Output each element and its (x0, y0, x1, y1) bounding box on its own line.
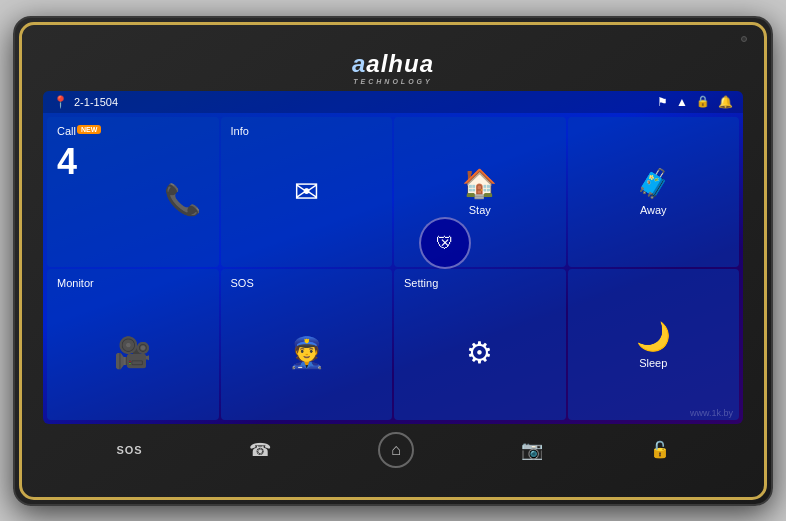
watermark: www.1k.by (690, 408, 733, 418)
info-icon: ✉ (294, 174, 319, 209)
disarm-button[interactable]: 🛡 ✕ (419, 217, 471, 269)
setting-icon-area: ⚙ (404, 277, 556, 412)
device-body: aalhua TECHNOLOGY 📍 2-1-1504 ⚑ ▲ 🔒 🔔 (13, 16, 773, 506)
call-number: 4 (57, 141, 77, 183)
sos-label: SOS (231, 277, 254, 289)
sleep-icon: 🌙 (636, 320, 671, 353)
new-badge: NEW (77, 125, 101, 134)
sleep-content: 🌙 Sleep (578, 277, 730, 412)
sos-icon: 👮 (288, 335, 325, 370)
grid-cell-sleep[interactable]: 🌙 Sleep (568, 269, 740, 420)
monitor-icon: 🎥 (114, 335, 151, 370)
flag-icon: ⚑ (657, 95, 668, 109)
brand-sub: TECHNOLOGY (43, 78, 743, 85)
grid-cell-sos[interactable]: SOS 👮 (221, 269, 393, 420)
stay-label: Stay (469, 204, 491, 216)
location-icon: 📍 (53, 95, 68, 109)
call-bottom-button[interactable]: ☎ (249, 439, 271, 461)
status-bar: 📍 2-1-1504 ⚑ ▲ 🔒 🔔 (43, 91, 743, 113)
brand-name: alhua (366, 50, 434, 77)
sos-bottom-icon: SOS (116, 444, 142, 456)
shield-icon: 🛡 ✕ (436, 233, 454, 254)
call-icon: 📞 (164, 182, 201, 217)
grid-cell-monitor[interactable]: Monitor 🎥 (47, 269, 219, 420)
status-left: 📍 2-1-1504 (53, 95, 118, 109)
call-label: Call (57, 125, 76, 137)
camera-bottom-button[interactable]: 📷 (521, 439, 543, 461)
away-icon: 🧳 (636, 167, 671, 200)
grid-cell-call[interactable]: Call NEW 4 📞 (47, 117, 219, 268)
lock-bottom-icon: 🔓 (650, 440, 670, 459)
grid-cell-info[interactable]: Info ✉ (221, 117, 393, 268)
call-bottom-icon: ☎ (249, 439, 271, 461)
grid-area: Call NEW 4 📞 Info ✉ (45, 115, 741, 422)
bell-icon: 🔔 (718, 95, 733, 109)
home-icon: ⌂ (391, 441, 401, 459)
sos-bottom-button[interactable]: SOS (116, 444, 142, 456)
call-icon-area: 📞 (57, 125, 209, 260)
info-icon-area: ✉ (231, 125, 383, 260)
info-label: Info (231, 125, 249, 137)
sleep-label: Sleep (639, 357, 667, 369)
grid-cell-away[interactable]: 🧳 Away (568, 117, 740, 268)
device-inner: aalhua TECHNOLOGY 📍 2-1-1504 ⚑ ▲ 🔒 🔔 (43, 46, 743, 476)
lock-bottom-button[interactable]: 🔓 (650, 440, 670, 459)
monitor-icon-area: 🎥 (57, 277, 209, 412)
setting-label: Setting (404, 277, 438, 289)
location-text: 2-1-1504 (74, 96, 118, 108)
status-right: ⚑ ▲ 🔒 🔔 (657, 95, 733, 109)
screen: 📍 2-1-1504 ⚑ ▲ 🔒 🔔 Call NEW (43, 91, 743, 424)
brand-bar: aalhua TECHNOLOGY (43, 46, 743, 91)
away-content: 🧳 Away (578, 125, 730, 260)
lock-icon: 🔒 (696, 95, 710, 108)
monitor-label: Monitor (57, 277, 94, 289)
bottom-bar: SOS ☎ ⌂ 📷 🔓 (43, 424, 743, 476)
away-label: Away (640, 204, 667, 216)
setting-icon: ⚙ (466, 335, 493, 370)
wifi-icon: ▲ (676, 95, 688, 109)
sos-icon-area: 👮 (231, 277, 383, 412)
camera-bottom-icon: 📷 (521, 439, 543, 461)
grid-cell-setting[interactable]: Setting ⚙ (394, 269, 566, 420)
home-bottom-button[interactable]: ⌂ (378, 432, 414, 468)
stay-icon: 🏠 (462, 167, 497, 200)
camera-dot (741, 36, 747, 42)
